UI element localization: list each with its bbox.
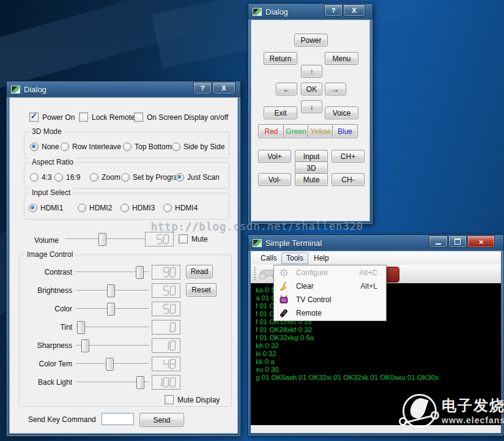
radio-dot <box>54 173 63 182</box>
color-tem-slider-handle[interactable] <box>106 358 114 371</box>
remote-button-ch-down[interactable]: CH- <box>332 173 365 186</box>
mute-checkbox[interactable]: Mute <box>179 234 208 243</box>
menu-item-configure[interactable]: ConfigureAlt+C <box>274 266 386 280</box>
radio-zoom[interactable]: Zoom <box>90 173 120 182</box>
tint-slider[interactable] <box>76 321 149 333</box>
checkbox-power-on[interactable]: Power On <box>29 113 75 122</box>
slider-label-color: Color <box>20 305 72 313</box>
checkbox-on-screen-display-on-off-box <box>134 113 143 122</box>
radio-dot <box>120 204 129 212</box>
group-aspect-title: Aspect Ratio <box>29 158 76 166</box>
close-button[interactable]: X <box>343 4 365 17</box>
group-input: Input SelectHDMI1HDMI2HDMI3HDMI4 <box>24 193 229 220</box>
brightness-slider[interactable] <box>76 284 149 297</box>
send-key-command-input[interactable] <box>102 413 134 425</box>
sharpness-slider[interactable] <box>76 339 149 352</box>
menu-item-tv-control[interactable]: TV Control <box>274 293 386 306</box>
menu-item-clear[interactable]: ClearAlt+L <box>274 280 386 293</box>
mute-display-checkbox-box <box>165 395 174 404</box>
reset-button[interactable]: Reset <box>186 283 217 297</box>
menu-calls[interactable]: Calls <box>256 253 282 264</box>
group-mode3d-title: 3D Mode <box>29 127 64 136</box>
send-button[interactable]: Send <box>139 413 184 427</box>
color-tem-lcd-display <box>152 357 180 371</box>
color-slider-handle[interactable] <box>107 303 115 316</box>
checkbox-lock-remote[interactable]: Lock Remote <box>79 113 135 122</box>
color-tem-slider[interactable] <box>76 358 149 370</box>
remote-button-return[interactable]: Return <box>264 52 297 65</box>
remote-button-blue[interactable]: Blue <box>332 124 358 138</box>
elecfans-url: www.elecfans.com <box>442 415 504 425</box>
app-icon <box>253 239 262 247</box>
radio-hdmi1[interactable]: HDMI1 <box>29 204 63 212</box>
remote-button-mute[interactable]: Mute <box>295 173 328 186</box>
sharpness-slider-handle[interactable] <box>81 339 89 352</box>
menu-tools[interactable]: Tools <box>281 253 308 264</box>
remote-button-ok[interactable]: OK <box>301 83 322 95</box>
menu-item-remote[interactable]: Remote <box>274 306 386 320</box>
radio-label: Just Scan <box>187 173 220 182</box>
minimize-button[interactable] <box>429 235 448 248</box>
color-slider[interactable] <box>76 303 149 315</box>
help-button[interactable]: ? <box>324 4 343 17</box>
remote-button-yellow[interactable]: Yellow <box>308 124 333 138</box>
brightness-slider-handle[interactable] <box>107 284 115 297</box>
remote-button-right[interactable]: → <box>325 83 346 95</box>
back-light-slider-handle[interactable] <box>136 376 144 389</box>
remote-button-vol-down[interactable]: Vol- <box>258 173 291 186</box>
contrast-slider-handle[interactable] <box>136 266 144 279</box>
radio-hdmi2[interactable]: HDMI2 <box>78 204 112 212</box>
radio-set-by-program[interactable]: Set by Program <box>121 173 183 182</box>
toolbar-drag-handle[interactable] <box>254 267 256 281</box>
radio-dot <box>176 173 184 182</box>
sharpness-lcd-display <box>152 338 180 353</box>
remote-button-vol-up[interactable]: Vol+ <box>258 150 291 163</box>
remote-button-menu[interactable]: Menu <box>325 52 358 65</box>
remote-button-ch-up[interactable]: CH+ <box>332 150 365 163</box>
remote-button-left[interactable]: ← <box>276 83 297 95</box>
checkbox-on-screen-display-on-off[interactable]: On Screen Display on/off <box>134 113 228 122</box>
radio-just-scan[interactable]: Just Scan <box>176 173 220 182</box>
remote-button-voice[interactable]: Voice <box>325 106 358 119</box>
maximize-icon <box>454 239 461 245</box>
tint-slider-handle[interactable] <box>77 321 85 334</box>
tint-slider-track <box>76 327 149 327</box>
remote-button-green[interactable]: Green <box>283 124 309 138</box>
remote-button-down[interactable]: ↓ <box>301 100 322 113</box>
remote-button-power[interactable]: Power <box>294 34 328 46</box>
volume-lcd-display <box>145 232 174 246</box>
menu-help[interactable]: Help <box>309 253 334 264</box>
back-light-slider[interactable] <box>76 376 149 388</box>
radio-side-by-side[interactable]: Side by Side <box>172 143 224 151</box>
close-button[interactable]: X <box>212 82 235 94</box>
contrast-slider[interactable] <box>76 266 149 278</box>
radio-hdmi4[interactable]: HDMI4 <box>163 204 198 212</box>
radio-16-9[interactable]: 16:9 <box>54 173 80 182</box>
minimize-icon <box>435 243 441 245</box>
maximize-button[interactable] <box>448 235 467 248</box>
radio-4-3[interactable]: 4:3 <box>30 173 52 182</box>
volume-slider-handle[interactable] <box>98 233 106 246</box>
help-button[interactable]: ? <box>193 82 212 94</box>
read-button[interactable]: Read <box>186 265 213 278</box>
app-icon <box>11 86 20 94</box>
brightness-lcd-display <box>152 283 180 298</box>
mute-display-checkbox[interactable]: Mute Display <box>165 395 220 404</box>
radio-top-bottom[interactable]: Top Bottom <box>123 143 172 151</box>
remote-button-exit[interactable]: Exit <box>264 106 297 119</box>
remote-icon <box>276 308 291 318</box>
slider-label-brightness: Brightness <box>20 286 72 295</box>
radio-row-interleave[interactable]: Row Interleave <box>61 143 121 151</box>
close-button[interactable]: × <box>467 235 495 248</box>
remote-button-up[interactable]: ↑ <box>301 65 322 78</box>
mute-checkbox-box <box>179 234 188 243</box>
radio-dot <box>29 204 37 212</box>
remote-button-red[interactable]: Red <box>258 124 284 138</box>
radio-none[interactable]: None <box>30 143 59 151</box>
radio-hdmi3[interactable]: HDMI3 <box>120 204 155 212</box>
remote-button-input[interactable]: Input <box>295 150 328 163</box>
remote-button-three-d[interactable]: 3D <box>295 161 328 174</box>
terminal-title: Simple Terminal <box>265 239 322 248</box>
volume-slider[interactable] <box>65 233 147 245</box>
elecfans-chinese-name: 电子发烧友 <box>442 396 504 415</box>
